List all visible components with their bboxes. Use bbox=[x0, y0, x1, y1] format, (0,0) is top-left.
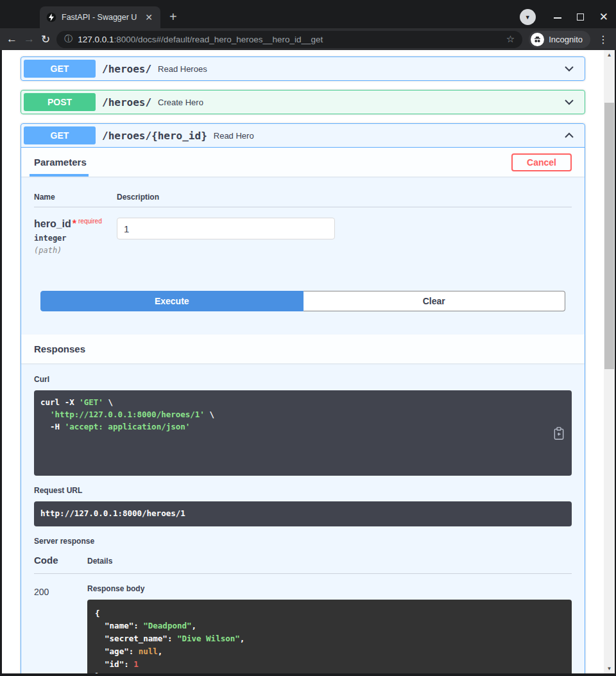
parameter-name: hero_id*required bbox=[34, 218, 117, 230]
endpoint-path: /heroes/ bbox=[102, 63, 151, 75]
execute-row: Execute Clear bbox=[40, 291, 565, 311]
clear-button[interactable]: Clear bbox=[304, 291, 566, 311]
scrollbar-down-arrow[interactable]: ▼ bbox=[604, 666, 615, 672]
fastapi-favicon-icon bbox=[46, 12, 56, 22]
endpoint-summary: Read Heroes bbox=[158, 64, 207, 74]
endpoint-summary: Create Hero bbox=[158, 98, 203, 107]
window-close-button[interactable]: ✕ bbox=[599, 12, 608, 22]
responses-section: Curl curl -X 'GET' \ 'http://127.0.0.1:8… bbox=[21, 363, 585, 673]
responses-title: Responses bbox=[34, 343, 85, 354]
request-url-label: Request URL bbox=[34, 486, 572, 495]
tab-bar: FastAPI - Swagger UI ✕ + ▼ ✕ bbox=[0, 0, 616, 28]
opblock-post-heroes: POST /heroes/ Create Hero bbox=[21, 90, 585, 114]
endpoint-summary: Read Hero bbox=[214, 131, 254, 141]
new-tab-button[interactable]: + bbox=[169, 10, 177, 24]
opblock-get-hero-id-header[interactable]: GET /heroes/{hero_id} Read Hero bbox=[21, 124, 585, 148]
parameters-section: Name Description hero_id*required intege… bbox=[21, 177, 585, 334]
site-info-icon[interactable]: ⓘ bbox=[64, 33, 73, 45]
scrollbar-up-arrow[interactable]: ▲ bbox=[604, 52, 615, 58]
incognito-icon bbox=[531, 33, 544, 46]
chevron-up-icon[interactable] bbox=[563, 129, 576, 142]
response-body-label: Response body bbox=[87, 584, 572, 593]
request-url-block: http://127.0.0.1:8000/heroes/1 bbox=[34, 501, 572, 526]
window-controls: ▼ ✕ bbox=[520, 9, 608, 25]
minimize-button[interactable] bbox=[554, 17, 561, 19]
response-table-head: Code Details bbox=[34, 555, 572, 574]
parameter-description-cell bbox=[117, 218, 335, 255]
opblock-get-hero-id: GET /heroes/{hero_id} Read Hero Paramete… bbox=[21, 123, 585, 673]
column-code: Code bbox=[34, 555, 87, 566]
curl-label: Curl bbox=[34, 375, 572, 384]
incognito-label: Incognito bbox=[549, 35, 583, 44]
column-details: Details bbox=[87, 557, 112, 566]
status-code: 200 bbox=[34, 584, 87, 673]
response-row: 200 Response body { "name": "Deadpond", … bbox=[34, 574, 572, 673]
browser-tab[interactable]: FastAPI - Swagger UI ✕ bbox=[40, 6, 160, 28]
parameters-header: Parameters Cancel bbox=[21, 148, 585, 177]
required-label: required bbox=[78, 218, 102, 225]
hero-id-input[interactable] bbox=[117, 218, 335, 239]
required-star: * bbox=[73, 218, 76, 229]
response-body-block: { "name": "Deadpond", "secret_name": "Di… bbox=[87, 600, 572, 673]
page-scrollbar[interactable]: ▲ ▼ bbox=[604, 50, 615, 673]
tab-title: FastAPI - Swagger UI bbox=[62, 13, 137, 22]
browser-toolbar: ← → ↻ ⓘ 127.0.0.1:8000/docs#/default/rea… bbox=[0, 28, 616, 50]
method-badge: POST bbox=[24, 93, 96, 111]
forward-button[interactable]: → bbox=[24, 33, 35, 46]
server-response-label: Server response bbox=[34, 537, 572, 546]
back-button[interactable]: ← bbox=[6, 33, 17, 46]
column-name: Name bbox=[34, 193, 117, 202]
incognito-badge: Incognito bbox=[529, 31, 590, 48]
copy-curl-icon[interactable] bbox=[552, 426, 565, 440]
parameter-type: integer bbox=[34, 234, 117, 243]
scrollbar-thumb[interactable] bbox=[604, 103, 614, 369]
endpoint-path: /heroes/{hero_id} bbox=[102, 130, 207, 142]
maximize-button[interactable] bbox=[577, 13, 584, 21]
browser-menu-icon[interactable]: ⋮ bbox=[597, 33, 610, 46]
reload-button[interactable]: ↻ bbox=[41, 33, 50, 46]
bookmark-star-icon[interactable]: ☆ bbox=[506, 33, 515, 45]
chevron-down-icon[interactable] bbox=[563, 62, 576, 75]
active-tab-underline bbox=[30, 174, 89, 177]
cancel-button[interactable]: Cancel bbox=[511, 153, 572, 171]
column-description: Description bbox=[117, 193, 159, 202]
browser-window: FastAPI - Swagger UI ✕ + ▼ ✕ ← → ↻ ⓘ 127… bbox=[0, 0, 616, 676]
parameter-row: hero_id*required integer (path) bbox=[34, 207, 572, 255]
method-badge: GET bbox=[24, 126, 96, 144]
tab-close-icon[interactable]: ✕ bbox=[142, 12, 155, 23]
endpoint-path: /heroes/ bbox=[102, 96, 151, 108]
curl-line: curl -X 'GET' \ bbox=[40, 397, 565, 409]
curl-line: 'http://127.0.0.1:8000/heroes/1' \ bbox=[40, 409, 565, 421]
responses-header: Responses bbox=[21, 334, 585, 363]
opblock-get-heroes-header[interactable]: GET /heroes/ Read Heroes bbox=[21, 57, 585, 80]
opblock-post-heroes-header[interactable]: POST /heroes/ Create Hero bbox=[21, 91, 585, 114]
method-badge: GET bbox=[24, 60, 96, 78]
page-viewport: GET /heroes/ Read Heroes POST /heroes/ C… bbox=[2, 50, 615, 673]
tab-parameters[interactable]: Parameters bbox=[34, 157, 87, 168]
curl-line: -H 'accept: application/json' bbox=[40, 421, 565, 433]
curl-command-block: curl -X 'GET' \ 'http://127.0.0.1:8000/h… bbox=[34, 390, 572, 476]
parameter-location: (path) bbox=[34, 246, 117, 255]
swagger-page: GET /heroes/ Read Heroes POST /heroes/ C… bbox=[2, 50, 604, 673]
parameters-table-head: Name Description bbox=[34, 186, 572, 207]
address-bar[interactable]: ⓘ 127.0.0.1:8000/docs#/default/read_hero… bbox=[56, 31, 522, 48]
url-text[interactable]: 127.0.0.1:8000/docs#/default/read_hero_h… bbox=[78, 35, 501, 44]
execute-button[interactable]: Execute bbox=[40, 291, 304, 311]
chevron-down-icon[interactable] bbox=[563, 96, 576, 108]
response-details-cell: Response body { "name": "Deadpond", "sec… bbox=[87, 584, 572, 673]
opblock-get-heroes: GET /heroes/ Read Heroes bbox=[21, 56, 585, 81]
tab-search-icon[interactable]: ▼ bbox=[520, 9, 536, 25]
parameter-name-cell: hero_id*required integer (path) bbox=[34, 218, 117, 255]
